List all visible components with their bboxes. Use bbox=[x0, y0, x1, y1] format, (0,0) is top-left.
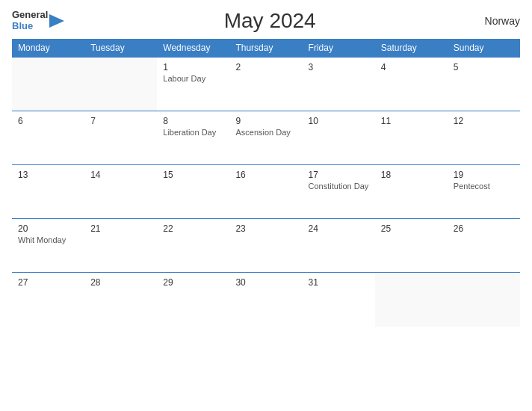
calendar-cell: 29 bbox=[157, 273, 229, 327]
calendar-cell: 23 bbox=[229, 219, 302, 273]
calendar-cell: 14 bbox=[84, 165, 157, 219]
day-number: 22 bbox=[163, 223, 223, 234]
calendar-cell: 9Ascension Day bbox=[229, 111, 302, 165]
day-number: 31 bbox=[309, 277, 369, 288]
calendar-cell: 15 bbox=[157, 165, 229, 219]
calendar-cell bbox=[12, 58, 84, 111]
logo-general: General bbox=[12, 10, 48, 20]
calendar-cell: 4 bbox=[375, 58, 448, 111]
day-number: 10 bbox=[309, 116, 369, 126]
calendar-week-1: 1Labour Day2345 bbox=[12, 58, 520, 111]
calendar-cell: 16 bbox=[229, 165, 302, 219]
calendar-cell: 1Labour Day bbox=[157, 58, 229, 111]
calendar-cell: 18 bbox=[375, 165, 448, 219]
calendar-cell: 7 bbox=[84, 111, 157, 165]
day-number: 20 bbox=[18, 223, 78, 234]
holiday-name: Liberation Day bbox=[163, 128, 223, 137]
holiday-name: Whit Monday bbox=[18, 235, 78, 244]
calendar-page: General Blue May 2024 Norway Monday Tues… bbox=[0, 0, 532, 411]
calendar-cell: 19Pentecost bbox=[448, 165, 520, 219]
col-tuesday: Tuesday bbox=[84, 39, 157, 58]
day-number: 29 bbox=[163, 277, 223, 288]
logo-blue: Blue bbox=[12, 21, 48, 32]
day-number: 26 bbox=[454, 223, 514, 234]
col-sunday: Sunday bbox=[448, 39, 520, 58]
calendar-week-2: 678Liberation Day9Ascension Day101112 bbox=[12, 111, 520, 165]
day-number: 3 bbox=[309, 62, 369, 72]
calendar-cell: 28 bbox=[84, 273, 157, 327]
day-number: 25 bbox=[381, 223, 442, 234]
day-number: 28 bbox=[90, 277, 151, 288]
calendar-cell: 8Liberation Day bbox=[157, 111, 229, 165]
col-saturday: Saturday bbox=[375, 39, 448, 58]
calendar-body: 1Labour Day2345678Liberation Day9Ascensi… bbox=[12, 58, 520, 327]
day-number: 4 bbox=[381, 62, 442, 72]
calendar-cell: 10 bbox=[303, 111, 375, 165]
calendar-cell: 2 bbox=[229, 58, 302, 111]
calendar-cell bbox=[448, 273, 520, 327]
country-label: Norway bbox=[475, 15, 520, 27]
calendar-cell: 20Whit Monday bbox=[12, 219, 84, 273]
calendar-cell: 12 bbox=[448, 111, 520, 165]
days-row: Monday Tuesday Wednesday Thursday Friday… bbox=[12, 39, 520, 58]
day-number: 7 bbox=[90, 116, 151, 126]
col-wednesday: Wednesday bbox=[157, 39, 229, 58]
header: General Blue May 2024 Norway bbox=[12, 9, 520, 33]
logo-icon bbox=[49, 14, 64, 28]
page-title: May 2024 bbox=[64, 9, 475, 33]
calendar-cell bbox=[84, 58, 157, 111]
calendar-week-3: 1314151617Constitution Day1819Pentecost bbox=[12, 165, 520, 219]
calendar-cell: 3 bbox=[303, 58, 375, 111]
calendar-cell: 24 bbox=[303, 219, 375, 273]
col-friday: Friday bbox=[303, 39, 375, 58]
day-number: 27 bbox=[18, 277, 78, 288]
day-number: 18 bbox=[381, 170, 442, 180]
calendar-week-4: 20Whit Monday212223242526 bbox=[12, 219, 520, 273]
calendar-cell: 26 bbox=[448, 219, 520, 273]
calendar-table: Monday Tuesday Wednesday Thursday Friday… bbox=[12, 39, 520, 327]
day-number: 13 bbox=[18, 170, 78, 180]
calendar-cell bbox=[375, 273, 448, 327]
calendar-header: Monday Tuesday Wednesday Thursday Friday… bbox=[12, 39, 520, 58]
col-monday: Monday bbox=[12, 39, 84, 58]
calendar-cell: 27 bbox=[12, 273, 84, 327]
day-number: 1 bbox=[163, 62, 223, 72]
day-number: 17 bbox=[309, 170, 369, 180]
calendar-cell: 5 bbox=[448, 58, 520, 111]
day-number: 15 bbox=[163, 170, 223, 180]
day-number: 19 bbox=[454, 170, 514, 180]
holiday-name: Constitution Day bbox=[309, 182, 369, 191]
day-number: 23 bbox=[235, 223, 296, 234]
calendar-cell: 21 bbox=[84, 219, 157, 273]
col-thursday: Thursday bbox=[229, 39, 302, 58]
holiday-name: Ascension Day bbox=[235, 128, 296, 137]
day-number: 2 bbox=[235, 62, 296, 72]
day-number: 30 bbox=[235, 277, 296, 288]
day-number: 9 bbox=[235, 116, 296, 126]
holiday-name: Pentecost bbox=[454, 182, 514, 191]
day-number: 12 bbox=[454, 116, 514, 126]
day-number: 16 bbox=[235, 170, 296, 180]
day-number: 14 bbox=[90, 170, 151, 180]
holiday-name: Labour Day bbox=[163, 74, 223, 83]
calendar-cell: 31 bbox=[303, 273, 375, 327]
calendar-cell: 13 bbox=[12, 165, 84, 219]
calendar-cell: 22 bbox=[157, 219, 229, 273]
day-number: 21 bbox=[90, 223, 151, 234]
day-number: 24 bbox=[309, 223, 369, 234]
calendar-cell: 25 bbox=[375, 219, 448, 273]
calendar-cell: 11 bbox=[375, 111, 448, 165]
calendar-week-5: 2728293031 bbox=[12, 273, 520, 327]
calendar-cell: 30 bbox=[229, 273, 302, 327]
day-number: 11 bbox=[381, 116, 442, 126]
day-number: 5 bbox=[454, 62, 514, 72]
day-number: 8 bbox=[163, 116, 223, 126]
calendar-cell: 6 bbox=[12, 111, 84, 165]
calendar-cell: 17Constitution Day bbox=[303, 165, 375, 219]
logo: General Blue bbox=[12, 10, 64, 31]
day-number: 6 bbox=[18, 116, 78, 126]
svg-marker-0 bbox=[49, 14, 64, 28]
